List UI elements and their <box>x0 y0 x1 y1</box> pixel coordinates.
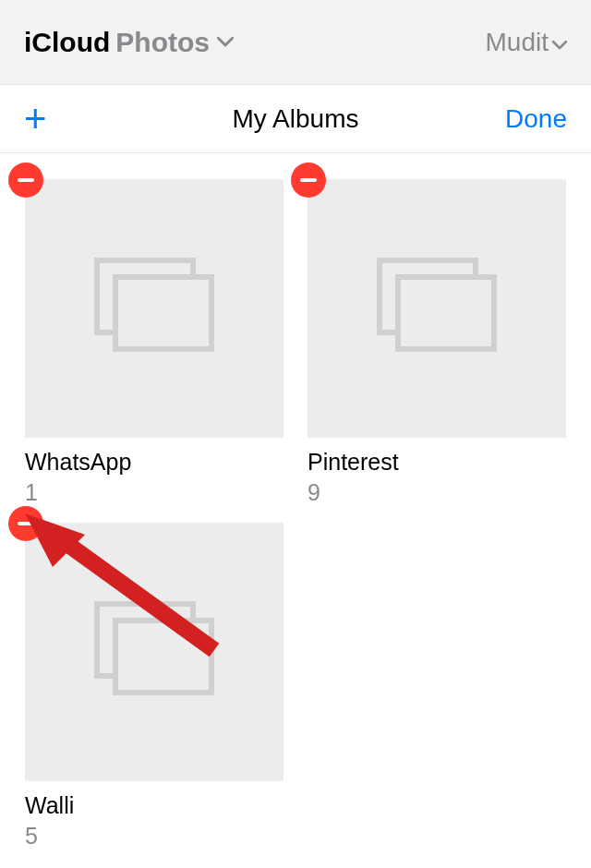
toolbar: + My Albums Done <box>0 85 591 153</box>
album-name: Pinterest <box>308 449 566 476</box>
page-title: My Albums <box>233 104 359 134</box>
plus-icon: + <box>24 97 47 140</box>
album-placeholder-icon <box>94 601 214 703</box>
minus-icon <box>18 178 34 182</box>
chevron-down-icon <box>217 37 234 48</box>
user-menu[interactable]: Mudit <box>486 28 567 57</box>
add-album-button[interactable]: + <box>24 100 61 139</box>
album-placeholder-icon <box>377 258 497 359</box>
album-thumbnail <box>25 523 283 781</box>
album-placeholder-icon <box>94 258 214 359</box>
breadcrumb-section: Photos <box>115 27 210 58</box>
album-count: 9 <box>308 479 566 506</box>
breadcrumb[interactable]: iCloud Photos <box>24 27 234 58</box>
album-thumbnail <box>25 179 283 438</box>
albums-grid: WhatsApp 1 Pinterest 9 Walli 5 <box>0 153 591 850</box>
done-button[interactable]: Done <box>505 104 567 134</box>
minus-icon <box>300 178 317 182</box>
album-card-whatsapp[interactable]: WhatsApp 1 <box>25 179 283 506</box>
delete-album-button[interactable] <box>8 163 43 198</box>
album-card-pinterest[interactable]: Pinterest 9 <box>308 179 566 506</box>
delete-album-button[interactable] <box>8 506 43 541</box>
minus-icon <box>18 522 34 525</box>
topbar: iCloud Photos Mudit <box>0 0 591 85</box>
album-thumbnail <box>308 179 566 438</box>
album-card-walli[interactable]: Walli 5 <box>25 523 283 850</box>
breadcrumb-root: iCloud <box>24 27 110 58</box>
album-count: 1 <box>25 479 283 506</box>
album-name: Walli <box>25 792 283 819</box>
chevron-down-icon <box>552 28 567 57</box>
album-count: 5 <box>25 823 283 850</box>
album-name: WhatsApp <box>25 449 283 476</box>
delete-album-button[interactable] <box>291 163 326 198</box>
user-name: Mudit <box>486 28 549 57</box>
